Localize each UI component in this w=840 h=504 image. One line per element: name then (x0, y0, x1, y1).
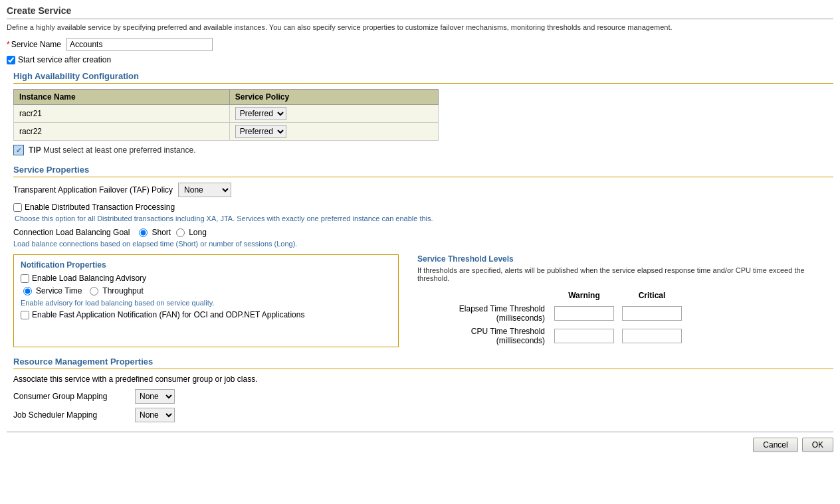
lb-advisory-row: Enable Load Balancing Advisory (21, 274, 391, 283)
notification-box: Notification Properties Enable Load Bala… (13, 254, 399, 347)
notif-radio-row: Service Time Throughput (21, 286, 391, 295)
resource-desc: Associate this service with a predefined… (13, 375, 833, 384)
tip-icon: ✓ (13, 145, 26, 155)
page-title: Create Service (7, 5, 833, 19)
policy-cell-2: Preferred Available None (229, 123, 438, 141)
threshold-empty-header (417, 289, 550, 302)
instance-name-2: racr22 (14, 123, 230, 141)
ha-section-title: High Availability Configuration (13, 71, 833, 84)
cpu-warning-cell (550, 325, 618, 347)
threshold-critical-header: Critical (618, 289, 686, 302)
clb-row: Connection Load Balancing Goal Short Lon… (13, 228, 833, 237)
threshold-table: Warning Critical Elapsed Time Threshold … (417, 289, 686, 347)
service-name-label: Service Name (11, 40, 61, 49)
elapsed-label: Elapsed Time Threshold (milliseconds) (417, 302, 550, 325)
tip-row: ✓ TIP Must select at least one preferred… (13, 145, 833, 155)
fan-row: Enable Fast Application Notification (FA… (21, 310, 391, 319)
service-time-text: Service Time (36, 286, 82, 295)
page-description: Define a highly available service by spe… (7, 23, 833, 31)
job-scheduler-select[interactable]: None (135, 408, 175, 422)
table-row: racr22 Preferred Available None (14, 123, 439, 141)
service-time-label: Service Time (23, 286, 82, 295)
tip-label: TIP (29, 145, 41, 155)
lb-advisory-checkbox[interactable] (21, 274, 29, 283)
consumer-group-label: Consumer Group Mapping (13, 392, 130, 401)
policy-select-2[interactable]: Preferred Available None (235, 125, 286, 138)
cpu-label: CPU Time Threshold (milliseconds) (417, 325, 550, 347)
elapsed-warning-input[interactable] (554, 306, 614, 321)
tip-text: Must select at least one preferred insta… (43, 145, 195, 155)
fan-checkbox[interactable] (21, 311, 29, 319)
service-props-section: Service Properties Transparent Applicati… (7, 165, 833, 347)
lb-note: Enable advisory for load balancing based… (21, 299, 391, 307)
dist-note: Choose this option for all Distributed t… (13, 214, 833, 222)
cpu-warning-input[interactable] (554, 329, 614, 343)
taf-label: Transparent Application Failover (TAF) P… (13, 185, 173, 195)
elapsed-threshold-row: Elapsed Time Threshold (milliseconds) (417, 302, 686, 325)
col-instance-name: Instance Name (14, 90, 230, 105)
throughput-label: Throughput (90, 286, 143, 295)
start-service-checkbox[interactable] (7, 56, 15, 64)
threshold-desc: If thresholds are specified, alerts will… (417, 266, 828, 282)
clb-note: Load balance connections based on elapse… (13, 240, 833, 248)
job-scheduler-row: Job Scheduler Mapping None (13, 408, 833, 422)
bottom-bar: Cancel OK (7, 432, 833, 452)
clb-short-label: Short (139, 228, 171, 237)
notification-title: Notification Properties (21, 260, 391, 270)
lb-advisory-label: Enable Load Balancing Advisory (32, 274, 146, 283)
cpu-critical-input[interactable] (622, 329, 682, 343)
clb-short-radio[interactable] (139, 228, 148, 237)
resource-title: Resource Management Properties (13, 357, 833, 369)
service-props-title: Service Properties (13, 165, 833, 177)
cpu-critical-cell (618, 325, 686, 347)
taf-row: Transparent Application Failover (TAF) P… (13, 183, 833, 197)
consumer-group-row: Consumer Group Mapping None (13, 389, 833, 404)
clb-label: Connection Load Balancing Goal (13, 228, 130, 237)
cancel-button[interactable]: Cancel (753, 438, 797, 452)
ha-section: High Availability Configuration Instance… (7, 71, 833, 155)
policy-cell-1: Preferred Available None (229, 105, 438, 123)
elapsed-warning-cell (550, 302, 618, 325)
clb-long-radio[interactable] (176, 228, 185, 237)
resource-section: Resource Management Properties Associate… (7, 357, 833, 422)
service-time-radio[interactable] (23, 287, 32, 295)
threshold-title: Service Threshold Levels (417, 254, 828, 264)
dist-transaction-checkbox[interactable] (13, 203, 22, 212)
clb-short-text: Short (152, 228, 171, 237)
table-row: racr21 Preferred Available None (14, 105, 439, 123)
dist-transaction-row: Enable Distributed Transaction Processin… (13, 203, 833, 212)
start-service-row: Start service after creation (7, 55, 833, 64)
taf-select[interactable]: None Basic Preconnect (178, 183, 231, 197)
ok-button[interactable]: OK (802, 438, 833, 452)
job-scheduler-label: Job Scheduler Mapping (13, 410, 130, 420)
page-container: Create Service Define a highly available… (0, 0, 840, 504)
start-service-label: Start service after creation (18, 55, 111, 64)
required-star: * (7, 40, 10, 49)
throughput-text: Throughput (102, 286, 143, 295)
instance-name-1: racr21 (14, 105, 230, 123)
elapsed-critical-input[interactable] (622, 306, 682, 321)
threshold-box: Service Threshold Levels If thresholds a… (412, 254, 833, 347)
service-name-input[interactable] (66, 38, 213, 51)
cpu-threshold-row: CPU Time Threshold (milliseconds) (417, 325, 686, 347)
threshold-warning-header: Warning (550, 289, 618, 302)
instance-table: Instance Name Service Policy racr21 Pref… (13, 89, 439, 141)
service-name-row: * Service Name (7, 38, 833, 51)
col-service-policy: Service Policy (229, 90, 438, 105)
dist-transaction-label: Enable Distributed Transaction Processin… (25, 203, 175, 212)
clb-long-text: Long (189, 228, 207, 237)
elapsed-critical-cell (618, 302, 686, 325)
throughput-radio[interactable] (90, 287, 98, 295)
clb-long-label: Long (176, 228, 207, 237)
policy-select-1[interactable]: Preferred Available None (235, 107, 286, 120)
two-col-section: Notification Properties Enable Load Bala… (13, 254, 833, 347)
consumer-group-select[interactable]: None (135, 389, 175, 404)
fan-label: Enable Fast Application Notification (FA… (32, 310, 304, 319)
